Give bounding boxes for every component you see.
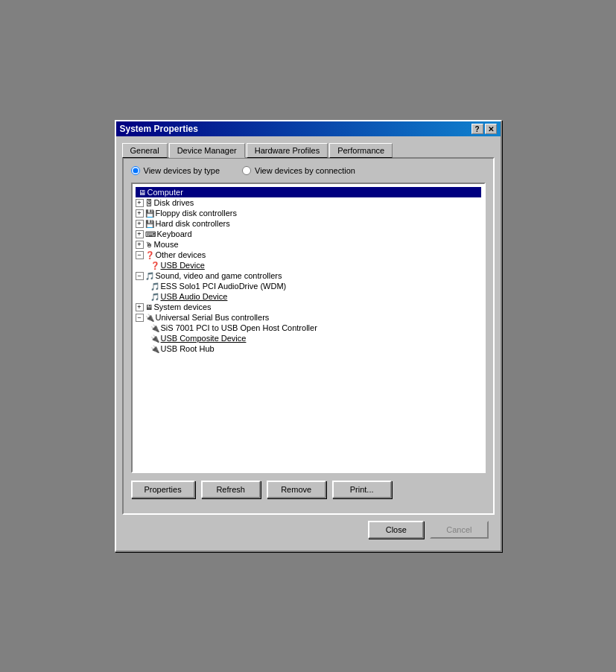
tree-item-sound[interactable]: − 🎵 Sound, video and game controllers xyxy=(136,270,481,281)
radio-by-type[interactable]: View devices by type xyxy=(131,166,220,175)
tree-label-disk-drives: Disk drives xyxy=(154,198,194,207)
dialog-title: System Properties xyxy=(120,124,198,134)
cancel-dialog-button[interactable]: Cancel xyxy=(430,521,488,539)
tree-item-mouse[interactable]: + 🖱 Mouse xyxy=(136,239,481,250)
tree-label-usb-audio: USB Audio Device xyxy=(161,292,228,301)
tree-item-other-devices[interactable]: − ❓ Other devices xyxy=(136,250,481,260)
tree-label-system-devices: System devices xyxy=(154,302,212,311)
tree-label-usb-root-hub: USB Root Hub xyxy=(161,344,215,353)
expand-system-devices[interactable]: + xyxy=(136,303,144,311)
title-bar-buttons: ? ✕ xyxy=(471,124,497,134)
tab-strip: General Device Manager Hardware Profiles… xyxy=(122,142,495,157)
tree-label-other-devices: Other devices xyxy=(156,250,206,259)
tab-hardware-profiles[interactable]: Hardware Profiles xyxy=(247,143,328,158)
tree-item-sis-7001[interactable]: 🔌 SiS 7001 PCI to USB Open Host Controll… xyxy=(136,323,481,333)
radio-by-connection[interactable]: View devices by connection xyxy=(242,166,355,175)
tab-device-manager[interactable]: Device Manager xyxy=(169,143,245,158)
tree-item-computer[interactable]: 🖥 Computer xyxy=(136,187,481,197)
tree-label-hard-disk: Hard disk controllers xyxy=(156,219,230,228)
tree-item-hard-disk[interactable]: + 💾 Hard disk controllers xyxy=(136,218,481,229)
tree-label-usb-composite: USB Composite Device xyxy=(161,334,247,343)
expand-disk-drives[interactable]: + xyxy=(136,199,144,207)
dialog-body: General Device Manager Hardware Profiles… xyxy=(116,136,501,551)
remove-button[interactable]: Remove xyxy=(267,481,326,498)
tree-label-computer: Computer xyxy=(147,188,183,197)
tree-label-ess-solo: ESS Solo1 PCI AudioDrive (WDM) xyxy=(161,282,287,291)
properties-button[interactable]: Properties xyxy=(131,481,195,498)
tree-label-sis-7001: SiS 7001 PCI to USB Open Host Controller xyxy=(161,323,317,332)
expand-keyboard[interactable]: + xyxy=(136,230,144,238)
tree-item-disk-drives[interactable]: + 🗄 Disk drives xyxy=(136,197,481,208)
expand-mouse[interactable]: + xyxy=(136,241,144,249)
tree-item-keyboard[interactable]: + ⌨ Keyboard xyxy=(136,229,481,239)
tree-label-usb-controllers: Universal Serial Bus controllers xyxy=(156,313,270,322)
tree-label-keyboard: Keyboard xyxy=(157,229,192,238)
expand-usb-controllers[interactable]: − xyxy=(136,314,144,322)
view-options-row: View devices by type View devices by con… xyxy=(131,166,486,175)
expand-other-devices[interactable]: − xyxy=(136,251,144,259)
expand-hard-disk[interactable]: + xyxy=(136,220,144,228)
tab-content-device-manager: View devices by type View devices by con… xyxy=(122,157,495,515)
expand-sound[interactable]: − xyxy=(136,272,144,280)
tab-general[interactable]: General xyxy=(122,143,168,158)
tree-item-usb-audio[interactable]: 🎵 USB Audio Device xyxy=(136,291,481,302)
tree-label-floppy: Floppy disk controllers xyxy=(156,209,237,218)
expand-floppy[interactable]: + xyxy=(136,209,144,218)
tree-label-usb-device: USB Device xyxy=(161,261,205,270)
tree-item-usb-controllers[interactable]: − 🔌 Universal Serial Bus controllers xyxy=(136,312,481,323)
radio-by-connection-input[interactable] xyxy=(242,166,251,175)
close-dialog-button[interactable]: Close xyxy=(368,521,424,539)
tree-label-mouse: Mouse xyxy=(154,240,179,249)
tree-item-usb-root-hub[interactable]: 🔌 USB Root Hub xyxy=(136,343,481,354)
device-tree[interactable]: 🖥 Computer + 🗄 Disk drives + 💾 Floppy di… xyxy=(131,183,486,473)
tree-item-usb-composite[interactable]: 🔌 USB Composite Device xyxy=(136,333,481,343)
radio-by-type-input[interactable] xyxy=(131,166,140,175)
tree-item-floppy[interactable]: + 💾 Floppy disk controllers xyxy=(136,208,481,218)
tree-item-system-devices[interactable]: + 🖥 System devices xyxy=(136,302,481,312)
help-button[interactable]: ? xyxy=(471,124,483,134)
tab-performance[interactable]: Performance xyxy=(329,143,393,158)
tree-item-usb-device[interactable]: ❓ USB Device xyxy=(136,260,481,270)
tree-item-ess-solo[interactable]: 🎵 ESS Solo1 PCI AudioDrive (WDM) xyxy=(136,281,481,291)
action-buttons-row: Properties Refresh Remove Print... xyxy=(131,481,486,498)
tree-label-sound: Sound, video and game controllers xyxy=(156,271,282,280)
refresh-button[interactable]: Refresh xyxy=(201,481,261,498)
print-button[interactable]: Print... xyxy=(332,481,392,498)
title-bar: System Properties ? ✕ xyxy=(116,121,501,136)
bottom-buttons-row: Close Cancel xyxy=(122,515,495,545)
close-button[interactable]: ✕ xyxy=(485,124,497,134)
system-properties-dialog: System Properties ? ✕ General Device Man… xyxy=(115,120,502,552)
